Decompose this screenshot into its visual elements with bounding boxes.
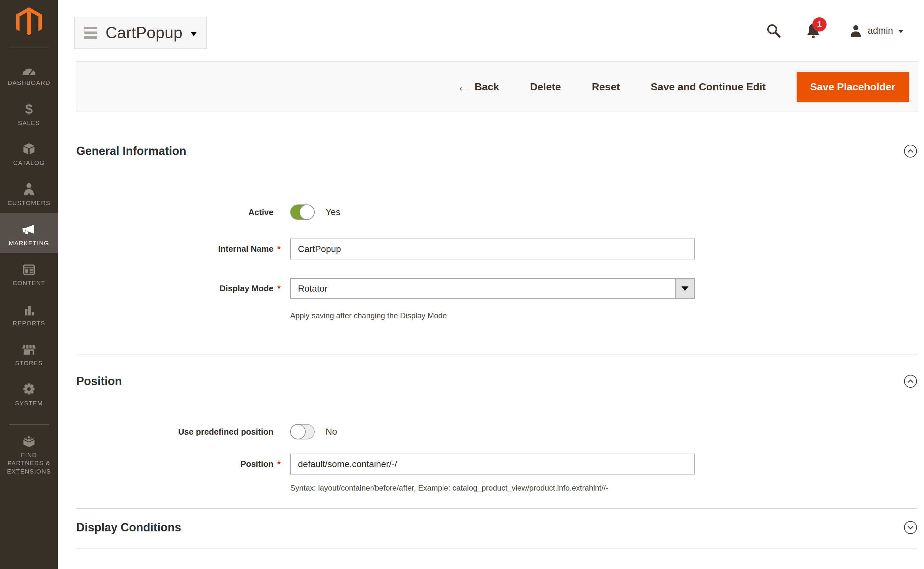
admin-menu[interactable]: admin bbox=[849, 24, 903, 38]
marketing-icon bbox=[21, 221, 37, 236]
internal-name-label: Internal Name bbox=[218, 244, 273, 254]
notification-badge: 1 bbox=[813, 17, 826, 32]
action-toolbar: ← Back Delete Reset Save and Continue Ed… bbox=[76, 61, 918, 112]
sidebar-item-label: CONTENT bbox=[4, 279, 54, 288]
use-predefined-toggle[interactable] bbox=[290, 424, 315, 440]
internal-name-row: Internal Name * bbox=[76, 239, 917, 259]
extensions-icon bbox=[21, 433, 37, 448]
position-note: Syntax: layout/container/before/after, E… bbox=[290, 484, 695, 493]
display-mode-row: Display Mode * Rotator Apply saving afte… bbox=[76, 278, 917, 320]
internal-name-input[interactable] bbox=[290, 239, 695, 259]
sidebar-item-label: DASHBOARD bbox=[4, 79, 54, 87]
use-predefined-label: Use predefined position bbox=[178, 427, 273, 437]
content-icon bbox=[21, 261, 37, 276]
sidebar-item-marketing[interactable]: MARKETING bbox=[0, 213, 58, 253]
section-title: Position bbox=[76, 374, 122, 388]
sidebar-item-label: FIND PARTNERS & EXTENSIONS bbox=[4, 451, 54, 476]
section-position: Position Use predefined position * bbox=[76, 355, 917, 508]
page-header: CartPopup 1 bbox=[58, 0, 924, 61]
page-title: CartPopup bbox=[105, 23, 182, 42]
toggle-knob bbox=[299, 204, 315, 220]
section-title: Display Conditions bbox=[76, 521, 181, 534]
reset-button[interactable]: Reset bbox=[592, 81, 620, 93]
display-mode-note: Apply saving after changing the Display … bbox=[290, 311, 695, 320]
display-mode-label: Display Mode bbox=[220, 283, 273, 294]
section-general-information: General Information Active * bbox=[76, 112, 917, 354]
sidebar-item-label: CUSTOMERS bbox=[4, 199, 54, 207]
catalog-icon bbox=[21, 140, 37, 156]
reports-icon bbox=[21, 301, 37, 316]
back-button[interactable]: ← Back bbox=[457, 80, 499, 94]
save-placeholder-button[interactable]: Save Placeholder bbox=[797, 72, 909, 102]
page-title-menu[interactable]: CartPopup bbox=[74, 17, 207, 49]
position-label: Position bbox=[240, 459, 273, 469]
sales-icon: $ bbox=[25, 100, 32, 116]
chevron-up-icon bbox=[907, 379, 914, 383]
select-arrow-box[interactable] bbox=[675, 279, 694, 298]
main-area: CartPopup 1 bbox=[58, 0, 924, 569]
admin-username: admin bbox=[868, 25, 893, 36]
notifications-button[interactable]: 1 bbox=[805, 23, 821, 39]
sidebar-item-system[interactable]: SYSTEM bbox=[0, 373, 58, 414]
section-title: General Information bbox=[76, 145, 186, 158]
active-label: Active bbox=[249, 207, 273, 217]
search-icon[interactable] bbox=[766, 23, 781, 39]
hamburger-icon bbox=[84, 27, 97, 39]
active-toggle[interactable] bbox=[290, 204, 315, 220]
sidebar-item-label: CATALOG bbox=[4, 159, 54, 167]
dashboard-icon bbox=[21, 61, 37, 76]
required-asterisk: * bbox=[278, 244, 283, 254]
form-content: General Information Active * bbox=[76, 112, 917, 548]
delete-button[interactable]: Delete bbox=[530, 81, 561, 93]
magento-admin-page: DASHBOARD $ SALES CATALOG bbox=[0, 0, 924, 569]
sidebar-divider bbox=[9, 47, 49, 48]
section-display-conditions: Display Conditions bbox=[76, 508, 917, 548]
chevron-up-icon bbox=[907, 149, 914, 153]
sidebar-item-label: SALES bbox=[4, 119, 54, 127]
sidebar-item-find-partners[interactable]: FIND PARTNERS & EXTENSIONS bbox=[0, 425, 58, 482]
chevron-down-icon bbox=[898, 30, 903, 33]
sidebar-item-stores[interactable]: STORES bbox=[0, 333, 58, 373]
save-and-continue-button[interactable]: Save and Continue Edit bbox=[651, 81, 766, 93]
sidebar-item-label: STORES bbox=[4, 359, 54, 367]
sidebar-nav: DASHBOARD $ SALES CATALOG bbox=[0, 53, 58, 482]
active-row: Active * Yes bbox=[76, 204, 917, 220]
toggle-knob bbox=[290, 424, 306, 440]
arrow-left-icon: ← bbox=[457, 80, 470, 94]
customers-icon bbox=[21, 181, 37, 196]
magento-logo-icon[interactable] bbox=[16, 7, 42, 37]
position-row: Position * Syntax: layout/container/befo… bbox=[76, 453, 917, 493]
collapse-button-display-conditions[interactable] bbox=[904, 521, 917, 534]
sidebar-item-content[interactable]: CONTENT bbox=[0, 253, 58, 293]
use-predefined-position-row: Use predefined position * No bbox=[76, 424, 917, 440]
sidebar-item-catalog[interactable]: CATALOG bbox=[0, 133, 58, 173]
sidebar-item-reports[interactable]: REPORTS bbox=[0, 293, 58, 333]
collapse-button-general[interactable] bbox=[904, 145, 917, 158]
section-divider bbox=[76, 548, 917, 548]
required-asterisk: * bbox=[278, 459, 283, 469]
display-mode-select[interactable]: Rotator bbox=[290, 278, 695, 299]
required-asterisk: * bbox=[278, 283, 283, 294]
collapse-button-position[interactable] bbox=[904, 375, 917, 388]
sidebar-item-label: REPORTS bbox=[4, 319, 54, 327]
sidebar-item-sales[interactable]: $ SALES bbox=[0, 93, 58, 133]
sidebar: DASHBOARD $ SALES CATALOG bbox=[0, 0, 58, 569]
use-predefined-toggle-value: No bbox=[326, 427, 337, 437]
sidebar-item-dashboard[interactable]: DASHBOARD bbox=[0, 53, 58, 93]
chevron-down-icon bbox=[682, 286, 689, 291]
active-toggle-value: Yes bbox=[326, 207, 340, 217]
person-icon bbox=[849, 24, 863, 38]
position-input[interactable] bbox=[290, 453, 695, 475]
chevron-down-icon bbox=[191, 32, 197, 36]
display-mode-value: Rotator bbox=[291, 279, 675, 298]
stores-icon bbox=[21, 341, 37, 356]
sidebar-item-label: SYSTEM bbox=[4, 399, 54, 408]
sidebar-item-customers[interactable]: CUSTOMERS bbox=[0, 173, 58, 213]
chevron-down-icon bbox=[907, 526, 914, 529]
system-icon bbox=[21, 381, 37, 396]
sidebar-item-label: MARKETING bbox=[4, 239, 54, 248]
